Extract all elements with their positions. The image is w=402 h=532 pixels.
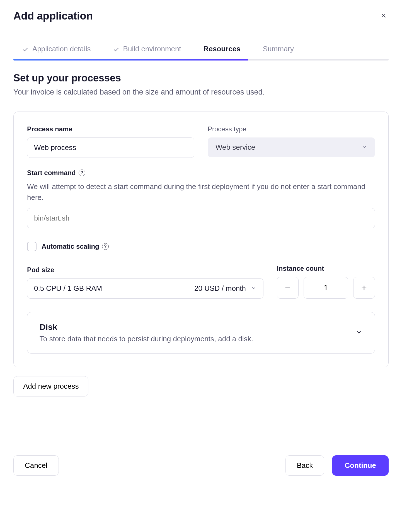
process-card: Process name Process type Web service St… bbox=[13, 112, 389, 367]
decrement-button[interactable]: − bbox=[277, 277, 299, 299]
disk-expand[interactable]: Disk To store data that needs to persist… bbox=[27, 312, 375, 354]
start-command-label: Start command ? bbox=[27, 169, 375, 177]
plus-icon: + bbox=[361, 282, 367, 293]
step-build-environment[interactable]: Build environment bbox=[113, 45, 181, 53]
step-application-details[interactable]: Application details bbox=[22, 45, 91, 53]
instance-count-input[interactable] bbox=[304, 277, 348, 299]
pod-size-price: 20 USD / month bbox=[194, 284, 246, 293]
start-command-help: We will attempt to detect a start comman… bbox=[27, 181, 375, 203]
check-icon bbox=[113, 46, 119, 52]
progress-bar bbox=[13, 59, 389, 61]
pod-size-value: 0.5 CPU / 1 GB RAM bbox=[34, 284, 102, 293]
modal-header: Add application bbox=[0, 0, 402, 32]
stepper: Application details Build environment Re… bbox=[0, 32, 402, 61]
instance-count-label: Instance count bbox=[277, 265, 375, 272]
disk-title: Disk bbox=[40, 322, 253, 332]
help-icon[interactable]: ? bbox=[102, 243, 109, 250]
minus-icon: − bbox=[285, 282, 290, 293]
chevron-down-icon bbox=[251, 284, 256, 293]
automatic-scaling-label: Automatic scaling ? bbox=[42, 243, 109, 250]
chevron-down-icon bbox=[362, 143, 367, 152]
chevron-down-icon bbox=[355, 328, 362, 337]
step-label: Resources bbox=[204, 45, 241, 53]
close-button[interactable] bbox=[379, 11, 389, 21]
back-button[interactable]: Back bbox=[285, 455, 324, 476]
process-type-value: Web service bbox=[215, 143, 255, 152]
modal-title: Add application bbox=[13, 10, 93, 22]
section-title: Set up your processes bbox=[13, 72, 389, 84]
section-desc: Your invoice is calculated based on the … bbox=[13, 88, 389, 96]
process-type-label: Process type bbox=[208, 125, 375, 133]
process-type-select[interactable]: Web service bbox=[208, 137, 375, 157]
footer: Cancel Back Continue bbox=[0, 447, 402, 484]
disk-desc: To store data that needs to persist duri… bbox=[40, 335, 253, 343]
process-name-label: Process name bbox=[27, 125, 194, 133]
step-label: Build environment bbox=[123, 45, 181, 53]
automatic-scaling-checkbox[interactable] bbox=[27, 242, 37, 251]
check-icon bbox=[22, 46, 28, 52]
add-new-process-button[interactable]: Add new process bbox=[13, 376, 88, 396]
step-resources[interactable]: Resources bbox=[204, 45, 241, 53]
step-label: Application details bbox=[32, 45, 91, 53]
pod-size-select[interactable]: 0.5 CPU / 1 GB RAM 20 USD / month bbox=[27, 278, 263, 299]
help-icon[interactable]: ? bbox=[79, 170, 85, 176]
continue-button[interactable]: Continue bbox=[332, 455, 389, 476]
close-icon bbox=[381, 13, 387, 20]
content: Set up your processes Your invoice is ca… bbox=[0, 61, 402, 413]
process-name-input[interactable] bbox=[27, 137, 194, 158]
step-summary[interactable]: Summary bbox=[263, 45, 294, 53]
start-command-input[interactable] bbox=[27, 208, 375, 228]
step-label: Summary bbox=[263, 45, 294, 53]
increment-button[interactable]: + bbox=[353, 277, 375, 299]
instance-count-stepper: − + bbox=[277, 277, 375, 299]
cancel-button[interactable]: Cancel bbox=[13, 455, 59, 476]
progress-fill bbox=[13, 59, 248, 61]
pod-size-label: Pod size bbox=[27, 266, 263, 274]
